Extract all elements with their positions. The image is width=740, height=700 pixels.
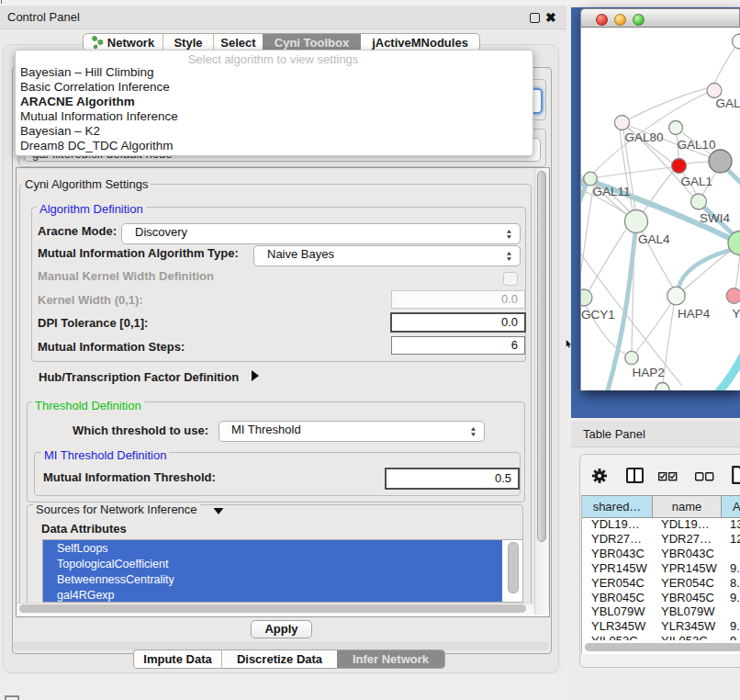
svg-text:Y: Y bbox=[733, 307, 740, 321]
svg-text:GAL1: GAL1 bbox=[681, 175, 713, 188]
svg-text:HAP4: HAP4 bbox=[678, 307, 711, 321]
svg-text:GAL7: GAL7 bbox=[716, 96, 740, 110]
svg-text:GAL4: GAL4 bbox=[638, 232, 670, 246]
svg-text:GAL11: GAL11 bbox=[593, 185, 631, 198]
svg-text:GAL80: GAL80 bbox=[625, 130, 664, 144]
svg-text:SWI4: SWI4 bbox=[700, 211, 730, 225]
svg-text:GCY1: GCY1 bbox=[581, 308, 615, 322]
svg-text:HAP2: HAP2 bbox=[633, 366, 665, 379]
svg-text:GAL10: GAL10 bbox=[678, 138, 716, 152]
